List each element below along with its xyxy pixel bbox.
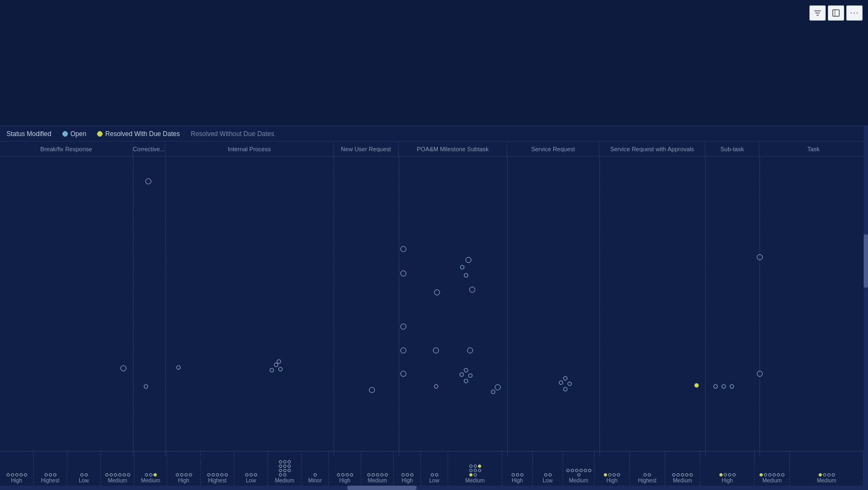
- legend-open: Open: [62, 130, 86, 138]
- bottom-col-poam-high: High: [394, 452, 421, 486]
- chart-panel: Status Modified Open Resolved With Due D…: [0, 126, 868, 490]
- legend-resolved-without: Resolved Without Due Dates: [190, 130, 274, 138]
- vertical-scrollbar-thumb[interactable]: [864, 234, 868, 288]
- col-internal: Internal Process: [165, 141, 334, 156]
- data-dot: [464, 368, 468, 372]
- data-dot: [465, 257, 471, 263]
- bottom-col-newuser-medium: Medium: [361, 452, 394, 486]
- bottom-col-internal-highest: Highest: [201, 452, 234, 486]
- column-headers: Break/fix Response Corrective... Interna…: [0, 141, 868, 157]
- bottom-col-srapproval-medium: Medium: [665, 452, 700, 486]
- expand-button[interactable]: [828, 5, 844, 21]
- bottom-col-breakfix-medium: Medium: [101, 452, 135, 486]
- divider-1: [133, 157, 133, 456]
- data-dot: [460, 265, 464, 269]
- data-dot: [145, 178, 151, 184]
- data-dot: [467, 347, 473, 353]
- data-dot: [563, 376, 567, 381]
- col-break-fix: Break/fix Response: [0, 141, 133, 156]
- toolbar-icons: ···: [809, 5, 863, 21]
- data-dot: [730, 384, 734, 389]
- bottom-col-breakfix-high: High: [0, 452, 34, 486]
- col-poam: POA&M Milestone Subtask: [399, 141, 507, 156]
- data-dot: [464, 273, 468, 278]
- data-dot: [433, 347, 439, 353]
- data-dot: [464, 379, 468, 383]
- data-dot: [277, 359, 281, 364]
- data-dot: [369, 387, 375, 393]
- svg-rect-3: [833, 10, 839, 16]
- data-dot: [120, 365, 126, 371]
- bottom-col-srapproval-highest: Highest: [630, 452, 665, 486]
- divider-5: [507, 157, 508, 456]
- col-new-user: New User Request: [334, 141, 399, 156]
- data-dot: [278, 367, 283, 371]
- divider-3: [334, 157, 334, 456]
- data-dot: [757, 254, 763, 260]
- data-dot: [757, 371, 763, 377]
- bottom-col-task-medium2: Medium: [790, 452, 864, 486]
- bottom-col-srapproval-high: High: [595, 452, 630, 486]
- bottom-labels-area: High Highest Low Medium Mediu: [0, 451, 864, 486]
- bottom-col-poam-low: Low: [421, 452, 448, 486]
- col-subtask: Sub-task: [705, 141, 760, 156]
- data-dot: [400, 347, 406, 353]
- divider-4: [399, 157, 399, 456]
- divider-6: [599, 157, 600, 456]
- status-modified-label: Status Modified: [7, 130, 52, 138]
- horizontal-scrollbar[interactable]: [0, 486, 868, 490]
- divider-7: [705, 157, 706, 456]
- bottom-col-internal-high: High: [167, 452, 201, 486]
- bottom-col-internal-medium: Medium: [268, 452, 302, 486]
- data-dot: [400, 324, 406, 330]
- data-dot: [434, 289, 440, 295]
- bottom-col-internal-minor: Minor: [302, 452, 329, 486]
- open-dot-icon: [62, 131, 68, 137]
- col-service-approvals: Service Request with Approvals: [599, 141, 705, 156]
- col-task: Task: [760, 141, 868, 156]
- legend-bar: Status Modified Open Resolved With Due D…: [0, 126, 868, 141]
- divider-2: [165, 157, 166, 456]
- data-dot: [144, 384, 148, 389]
- data-dot: [694, 383, 699, 388]
- bottom-col-breakfix-low: Low: [67, 452, 101, 486]
- data-dot: [400, 371, 406, 377]
- bottom-col-breakfix-highest: Highest: [34, 452, 67, 486]
- data-dot: [459, 372, 464, 377]
- data-dot: [722, 384, 726, 389]
- data-dot: [400, 246, 406, 252]
- chart-body: [0, 157, 868, 456]
- bottom-col-servreq-medium: Medium: [563, 452, 595, 486]
- bottom-col-servreq-low: Low: [533, 452, 563, 486]
- bottom-col-internal-low: Low: [234, 452, 268, 486]
- data-dot: [469, 287, 475, 293]
- legend-resolved-with: Resolved With Due Dates: [97, 130, 180, 138]
- data-dot: [468, 373, 473, 378]
- data-dot: [491, 390, 495, 394]
- data-dot: [563, 387, 567, 391]
- data-dot: [400, 270, 406, 276]
- bottom-col-task-medium1: Medium: [755, 452, 790, 486]
- col-corrective: Corrective...: [133, 141, 165, 156]
- horizontal-scrollbar-thumb[interactable]: [347, 486, 417, 490]
- top-area: ···: [0, 0, 868, 126]
- resolved-with-dot-icon: [97, 131, 103, 137]
- resolved-without-label: Resolved Without Due Dates: [190, 130, 274, 138]
- data-dot: [713, 384, 718, 389]
- vertical-scrollbar[interactable]: [864, 126, 868, 486]
- open-label: Open: [71, 130, 86, 138]
- bottom-col-poam-medium: Medium: [448, 452, 502, 486]
- bottom-col-subtask-high: High: [700, 452, 755, 486]
- divider-8: [760, 157, 760, 456]
- data-dot: [176, 365, 181, 370]
- filter-button[interactable]: [809, 5, 826, 21]
- col-service-req: Service Request: [507, 141, 599, 156]
- more-options-button[interactable]: ···: [846, 5, 863, 21]
- resolved-with-label: Resolved With Due Dates: [105, 130, 180, 138]
- data-dot: [495, 384, 501, 390]
- data-dot: [434, 384, 438, 389]
- bottom-col-servreq-high: High: [502, 452, 533, 486]
- bottom-col-newuser-high: High: [329, 452, 361, 486]
- bottom-col-corrective-medium: Medium: [135, 452, 167, 486]
- data-dot: [567, 382, 572, 386]
